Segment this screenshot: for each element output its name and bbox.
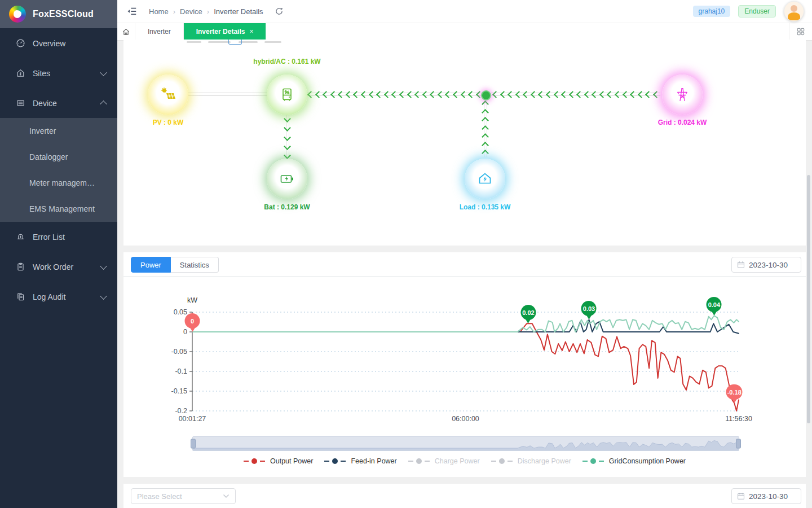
date-value-bottom: 2023-10-30 [749, 492, 788, 501]
main-area: Home›Device›Inverter Details grahaj10 En… [117, 0, 812, 508]
chart-marker-label: 0.02 [522, 309, 534, 316]
flow-arrow-icon [376, 91, 383, 98]
select-placeholder: Please Select [137, 492, 182, 501]
tab-statistics[interactable]: Statistics [171, 257, 219, 273]
content: PV : 0 kW hybrid/AC : 0.161 kW Bat : 0.1… [117, 40, 812, 508]
legend-item-output-power[interactable]: Output Power [244, 457, 313, 465]
log-audit-icon [16, 292, 25, 301]
flow-arrow-icon [607, 91, 615, 98]
legend-item-charge-power[interactable]: Charge Power [408, 457, 480, 465]
flow-arrow-icon [430, 91, 437, 98]
legend-item-discharge-power[interactable]: Discharge Power [491, 457, 571, 465]
brand-logo-icon [9, 6, 26, 23]
sidebar-item-ems-management[interactable]: EMS Management [0, 196, 117, 222]
chart-mode-switch: Power Statistics [131, 257, 219, 273]
brush-handle-right[interactable] [736, 439, 741, 449]
brand[interactable]: FoxESSCloud [0, 0, 117, 28]
flow-arrow-icon [482, 117, 489, 124]
sidebar-item-label: Datalogger [29, 152, 68, 161]
sites-icon [16, 68, 25, 78]
sidebar-item-error-list[interactable]: Error List [0, 222, 117, 252]
flow-arrows-junction-to-inverter [308, 90, 482, 98]
close-tab-icon[interactable]: × [249, 28, 253, 36]
energy-flow-card: PV : 0 kW hybrid/AC : 0.161 kW Bat : 0.1… [123, 40, 806, 246]
sidebar-item-overview[interactable]: Overview [0, 28, 117, 58]
sidebar-item-meter-managem[interactable]: Meter managem… [0, 170, 117, 196]
avatar[interactable] [784, 1, 804, 21]
tab-inverter-details[interactable]: Inverter Details× [184, 23, 267, 40]
tab-label: Inverter [148, 28, 171, 36]
flow-arrow-icon [482, 109, 489, 116]
brush-silhouette [193, 437, 739, 450]
flow-arrow-icon [638, 91, 645, 98]
chart-zoom-brush[interactable] [192, 436, 739, 451]
legend-item-feed-in-power[interactable]: Feed-in Power [324, 457, 396, 465]
sidebar: FoxESSCloud OverviewSitesDeviceInverterD… [0, 0, 117, 508]
breadcrumb-item-home[interactable]: Home [149, 7, 169, 16]
legend-label: Output Power [270, 457, 313, 465]
avatar-head [791, 5, 797, 12]
chevron-down-icon [100, 69, 107, 76]
legend-line [582, 461, 588, 462]
sidebar-item-datalogger[interactable]: Datalogger [0, 144, 117, 170]
flow-arrow-icon [323, 91, 330, 98]
legend-label: GridConsumption Power [609, 457, 686, 465]
grid-node[interactable] [662, 75, 703, 115]
battery-node[interactable] [267, 159, 307, 199]
chart-marker: 0.04 [707, 297, 722, 312]
flow-arrow-icon [508, 91, 515, 98]
scrollbar[interactable] [807, 175, 810, 423]
breadcrumb-item-device[interactable]: Device [180, 7, 202, 16]
inverter-node[interactable] [267, 75, 307, 115]
sidebar-item-label: Work Order [33, 262, 73, 271]
chevron-down-icon [100, 292, 107, 300]
flow-arrow-icon [284, 143, 291, 150]
flow-arrow-icon [554, 91, 561, 98]
home-tab-icon[interactable] [117, 23, 135, 40]
legend-item-gridconsumption-power[interactable]: GridConsumption Power [582, 457, 686, 465]
flow-arrow-icon [284, 124, 291, 132]
flow-arrow-icon [492, 91, 500, 98]
chart-legend: Output PowerFeed-in PowerCharge PowerDis… [123, 457, 806, 465]
sidebar-item-device[interactable]: Device [0, 88, 117, 118]
flow-arrow-icon [330, 91, 338, 98]
flow-arrow-icon [482, 100, 489, 108]
flow-arrow-icon [461, 91, 468, 98]
flow-arrow-icon [584, 91, 592, 98]
sidebar-item-inverter[interactable]: Inverter [0, 118, 117, 144]
inverter-label: hybrid/AC : 0.161 kW [253, 58, 320, 65]
brush-handle-left[interactable] [191, 439, 196, 449]
battery-icon [279, 170, 295, 187]
sidebar-item-label: Device [33, 99, 57, 108]
variable-select[interactable]: Please Select [131, 488, 236, 504]
tab-inverter[interactable]: Inverter [135, 23, 184, 40]
chart-marker: 0 [185, 313, 200, 329]
sidebar-item-sites[interactable]: Sites [0, 58, 117, 88]
power-chart-card: Power Statistics 2023-10-30 0.050-0.05-0… [123, 252, 806, 477]
sidebar-item-log-audit[interactable]: Log Audit [0, 282, 117, 312]
device-icon [16, 98, 25, 108]
sidebar-collapse-icon[interactable] [126, 6, 138, 17]
tab-power[interactable]: Power [131, 257, 171, 273]
flow-arrow-icon [307, 91, 315, 98]
legend-label: Charge Power [435, 457, 480, 465]
refresh-icon[interactable] [275, 7, 284, 16]
flow-arrow-icon [468, 91, 475, 98]
username-badge[interactable]: grahaj10 [693, 6, 731, 17]
date-picker-bottom[interactable]: 2023-10-30 [731, 488, 801, 504]
inverter-icon [279, 86, 295, 103]
flow-arrow-icon [445, 91, 453, 98]
sidebar-item-work-order[interactable]: Work Order [0, 252, 117, 282]
load-node[interactable] [465, 159, 505, 199]
series-output-power [192, 323, 739, 411]
pv-inverter-link [188, 93, 267, 96]
clipped-blue-tag [228, 40, 242, 45]
y-axis-tick: -0.05 [171, 348, 188, 356]
legend-dot-icon [590, 458, 596, 464]
series-gridconsumption-power [192, 316, 739, 332]
layout-grid-icon[interactable] [789, 23, 812, 40]
y-axis-tick: -0.2 [175, 407, 187, 415]
pv-node[interactable] [148, 75, 188, 115]
y-axis-tick: -0.15 [171, 387, 188, 395]
chart-marker-label: 0.04 [708, 301, 720, 308]
